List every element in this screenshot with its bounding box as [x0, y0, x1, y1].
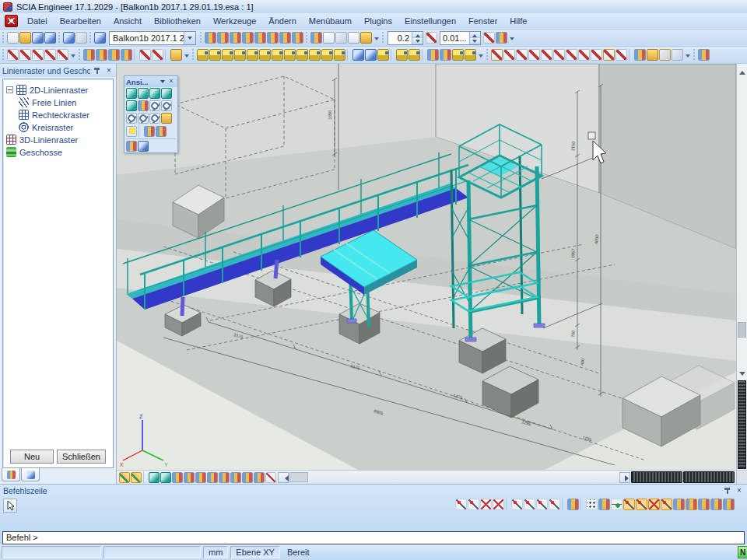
snap-nearest-icon[interactable]	[468, 499, 479, 510]
cursor-snap-settings-icon[interactable]	[567, 499, 579, 510]
toolbar-grip[interactable]	[2, 32, 5, 44]
print-picture-icon[interactable]	[634, 49, 646, 61]
scroll-ribbed-bar[interactable]	[683, 471, 735, 483]
toolbar-overflow-icon[interactable]	[684, 50, 691, 61]
toolbar-grip[interactable]	[89, 32, 93, 44]
close-icon[interactable]: ×	[735, 486, 744, 495]
label-abc-icon[interactable]	[184, 472, 195, 483]
picture-gallery-icon[interactable]	[360, 32, 372, 44]
undo-icon[interactable]	[63, 32, 75, 44]
menu-menuebaum[interactable]: Menübaum	[303, 15, 358, 27]
scroll-ribbed-bar[interactable]	[631, 471, 682, 483]
layer-b-icon[interactable]	[672, 49, 683, 61]
named-view-icon[interactable]	[516, 49, 528, 61]
clipboard-icon[interactable]	[254, 32, 266, 44]
copy-attributes-icon[interactable]	[427, 49, 439, 61]
delete-trim-icon[interactable]	[483, 32, 495, 44]
line-icon[interactable]	[7, 49, 19, 61]
view-axo-icon[interactable]	[161, 88, 172, 99]
spin-down-icon[interactable]	[470, 38, 480, 44]
picture-b-icon[interactable]	[254, 472, 265, 483]
tree-item-rechteckraster[interactable]: Rechteckraster	[6, 109, 111, 121]
viewport-3d-scene[interactable]: 1050 2150 1957 4050 700 400 3175 5175 44…	[117, 64, 736, 470]
spin-down-icon[interactable]	[412, 38, 423, 44]
toolbar-grip[interactable]	[191, 49, 195, 61]
picture-a-icon[interactable]	[242, 472, 253, 483]
tree-item-2d-linienraster[interactable]: 2D-Linienraster	[6, 84, 111, 96]
grid-panel-tab[interactable]	[2, 468, 20, 481]
view-top-icon[interactable]	[126, 88, 137, 99]
label-nodes-icon[interactable]	[541, 49, 552, 61]
binoculars-b-icon[interactable]	[409, 49, 420, 61]
snap-polygon-icon[interactable]	[686, 499, 697, 510]
layer-a-icon[interactable]	[659, 49, 671, 61]
gallery-icon[interactable]	[292, 32, 303, 44]
menu-hilfe[interactable]: Hilfe	[503, 15, 533, 27]
snap-step-spinner[interactable]: 0.2	[388, 31, 423, 45]
angle-icon[interactable]	[57, 49, 68, 61]
snap-intersection-icon[interactable]	[511, 499, 523, 510]
tree-item-kreisraster[interactable]: Kreisraster	[6, 121, 111, 133]
new-button[interactable]: Neu	[10, 450, 54, 464]
opening-icon[interactable]	[247, 49, 258, 61]
view-front-icon[interactable]	[138, 88, 149, 99]
grid-snap-icon[interactable]	[265, 472, 276, 483]
copy-add-icon[interactable]	[83, 49, 95, 61]
view-side-icon[interactable]	[149, 88, 160, 99]
label-abc-2-icon[interactable]	[195, 472, 206, 483]
scroll-right-icon[interactable]	[619, 472, 630, 483]
snap-endpoint-icon[interactable]	[455, 499, 467, 510]
load-panel-icon[interactable]	[296, 49, 308, 61]
brush-a-icon[interactable]	[452, 49, 464, 61]
fly-through-icon[interactable]	[152, 49, 163, 61]
close-icon[interactable]: ×	[167, 77, 176, 86]
selection-cursor-button[interactable]	[3, 499, 17, 513]
snap-table-icon[interactable]	[723, 499, 735, 510]
clipboard-picture-icon[interactable]	[698, 49, 710, 61]
open-icon[interactable]	[19, 32, 31, 44]
chevron-down-icon[interactable]	[159, 78, 167, 86]
brush-b-icon[interactable]	[465, 49, 476, 61]
toolbar-overflow-icon[interactable]	[373, 33, 380, 44]
fast-draw-icon[interactable]	[230, 472, 241, 483]
render-options-icon[interactable]	[207, 472, 218, 483]
snap-circle-icon[interactable]	[480, 499, 492, 510]
new-icon[interactable]	[7, 32, 19, 44]
layers-icon[interactable]	[217, 32, 229, 44]
snap-polyline-icon[interactable]	[698, 499, 710, 510]
haunch-icon[interactable]	[234, 49, 246, 61]
polyline-icon[interactable]	[19, 49, 31, 61]
scroll-up-icon[interactable]	[737, 64, 747, 75]
table-composer-icon[interactable]	[279, 32, 291, 44]
wall-icon[interactable]	[272, 49, 283, 61]
plate-icon[interactable]	[259, 49, 271, 61]
calculator-icon[interactable]	[335, 32, 347, 44]
paste-special-icon[interactable]	[108, 49, 120, 61]
zoom-window-icon[interactable]	[126, 113, 137, 124]
rib-icon[interactable]	[222, 49, 233, 61]
snap-zigzag-icon[interactable]	[673, 499, 685, 510]
pin-icon[interactable]	[723, 486, 732, 495]
toolbar-grip[interactable]	[78, 49, 82, 61]
view-params-icon[interactable]	[491, 49, 503, 61]
project-selector[interactable]: Balkon1b 2017.1 2	[109, 31, 196, 45]
render-a-icon[interactable]	[144, 126, 155, 137]
status-plane[interactable]: Ebene XY	[230, 546, 280, 558]
tree-item-3d-linienraster[interactable]: 3D-Linienraster	[6, 134, 111, 145]
label-sections-icon[interactable]	[553, 49, 565, 61]
center-icon[interactable]	[615, 49, 627, 61]
copy-icon[interactable]	[96, 49, 107, 61]
shell-icon[interactable]	[284, 49, 296, 61]
menu-fenster[interactable]: Fenster	[462, 15, 503, 27]
print-icon[interactable]	[310, 32, 322, 44]
document-icon[interactable]	[348, 32, 359, 44]
scale-units-icon[interactable]	[496, 32, 507, 44]
send-picture-icon[interactable]	[647, 49, 658, 61]
toolbar-grip[interactable]	[58, 32, 61, 44]
zoom-selection-icon[interactable]	[149, 113, 160, 124]
eraser-icon[interactable]	[377, 49, 389, 61]
iso-view-icon[interactable]	[160, 472, 171, 483]
scia-logo-icon[interactable]	[5, 15, 18, 27]
snap-edge-icon[interactable]	[636, 499, 647, 510]
toolbar-overflow-icon[interactable]	[508, 33, 515, 44]
